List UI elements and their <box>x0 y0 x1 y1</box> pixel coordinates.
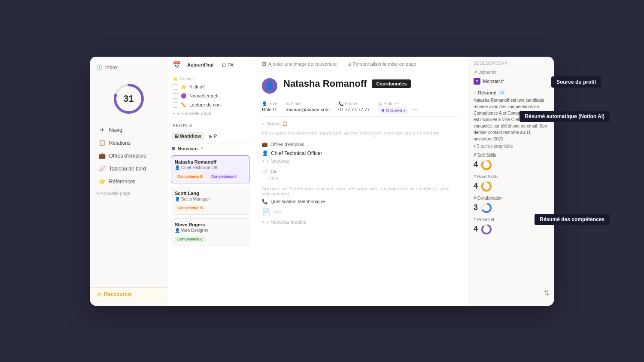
main-toolbar: 🖼 Ajouter une image de couverture ⊞ Pers… <box>253 57 468 72</box>
offres-section-header: 💼 Offres d'emplois <box>262 142 459 147</box>
profile-name-area: Natasha Romanoff Coordonnées <box>283 78 459 89</box>
joboard-monster[interactable]: M Monster.fr <box>474 76 549 86</box>
coordonnees-badge[interactable]: Coordonnées <box>372 79 411 88</box>
kanban-column-count: 4 <box>201 146 204 151</box>
more-props-label: 5 autres propriétés <box>477 144 513 149</box>
candidate-role-label-scott: Sales Manager <box>181 197 210 201</box>
task-checkbox-lecture[interactable] <box>173 102 178 108</box>
hard-skills-value-row: 4 <box>474 180 549 192</box>
badge-competence-a-natasha: Compétence A <box>209 173 239 179</box>
people-title: PEOPLE <box>173 123 193 128</box>
svg-point-5 <box>482 182 491 191</box>
qualif-phone-icon: 📞 <box>262 199 268 204</box>
new-task-btn[interactable]: + + Nouvelle page <box>171 110 249 117</box>
task-list: ⭐ Tâches ⭐ Kick off 🟣 Nouvel entreti ✏️ … <box>167 72 253 120</box>
kanban-column-header: Nouveau 4 <box>167 143 253 154</box>
collaboration-donut <box>480 202 492 214</box>
qualif-header-label: Qualification téléphonique <box>270 199 325 204</box>
sidebar-inbox[interactable]: 🕐 Inbox <box>90 62 167 73</box>
add-offre-btn[interactable]: + + Nouveau <box>262 158 459 164</box>
main-content: 🖼 Ajouter une image de couverture ⊞ Pers… <box>253 57 468 306</box>
phone-value[interactable]: 07 77 77 77 77 <box>338 107 370 112</box>
candidate-card-steve[interactable]: Steve Rogers 👤 Web Designer Compétence C <box>171 218 249 246</box>
notes-header: Notes <box>267 121 279 126</box>
nouveau-modele-label: + Nouveau modèle <box>266 219 306 225</box>
raccourcis-label: ⚡ Raccourcis <box>96 291 132 297</box>
sidebar-item-navig[interactable]: ✈ Navig <box>93 124 164 136</box>
field-email: ✉ Email aaaaaa@aaaaa.com <box>286 101 330 114</box>
sidebar-item-tableau[interactable]: 📈 Tableau de bord <box>93 163 164 175</box>
middle-header: 📅 Aujourd'hui ⊞ PA <box>167 57 253 72</box>
task-lecture[interactable]: ✏️ Lecture de con <box>171 100 249 110</box>
hard-skills-donut <box>480 180 492 192</box>
tasks-section: ⭐ Tâches <box>171 75 249 82</box>
candidate-role-label-natasha: Chief Technical Off <box>181 165 217 170</box>
status-value-container: Nouveau ••• <box>378 107 418 114</box>
grid-icon: ⊞ <box>222 62 226 68</box>
hash-icon-collab: # <box>474 196 476 201</box>
customize-layout-btn[interactable]: ⊞ Personnaliser la mise en page <box>345 60 419 68</box>
notes-section-header: ≡ Notes 📋 <box>262 121 459 126</box>
potentiel-donut <box>480 223 492 235</box>
candidate-card-scott[interactable]: Scott Lang 👤 Sales Manager Compétence B <box>171 187 249 215</box>
today-label: Aujourd'hui <box>187 62 213 67</box>
workflow-label: Workflow <box>180 134 201 139</box>
sidebar-item-offres[interactable]: 💼 Offres d'emplois <box>93 150 164 162</box>
annotation-resume-competences: Résumé des compétences <box>535 214 610 225</box>
pa-tab[interactable]: ⊞ PA <box>219 61 236 69</box>
hash-icon-potentiel: # <box>474 217 476 222</box>
hash-icon-hard: # <box>474 174 476 179</box>
task-checkbox-nouvel[interactable] <box>173 93 178 99</box>
workflow-tab-p[interactable]: ⊞ P <box>206 132 220 140</box>
progress-number: 31 <box>123 93 134 104</box>
resume-ia-header: ≡ Résumé IA <box>474 90 549 95</box>
cv-file-icon: 📄 <box>262 169 268 174</box>
role-value[interactable]: Rôle G <box>262 107 277 112</box>
monster-label: Monster.fr <box>483 79 504 84</box>
field-role: 👤 Rôle Rôle G <box>262 101 277 114</box>
sidebar-item-references[interactable]: ⭐ Références <box>93 176 164 188</box>
notes-placeholder[interactable]: Ici tu notes les éléments importants de … <box>262 129 459 138</box>
status-more-icon[interactable]: ••• <box>412 107 418 113</box>
sidebar-item-relations[interactable]: 📋 Relations <box>93 137 164 149</box>
offre-cto-label: Chief Technical Officer <box>271 150 322 156</box>
today-tab[interactable]: Aujourd'hui <box>185 61 216 69</box>
qualif-file-icon: 📄 <box>262 208 270 216</box>
navigation-icon: ✈ <box>99 127 106 134</box>
middle-panel: 📅 Aujourd'hui ⊞ PA ⭐ Tâches ⭐ Kick off <box>167 57 253 306</box>
plus-icon-modele: + <box>262 219 264 225</box>
workflow-tab-workflow[interactable]: ⊞ Workflow <box>172 132 204 140</box>
add-offre-label: + Nouveau <box>266 158 289 164</box>
task-kick-off[interactable]: ⭐ Kick off <box>171 82 249 91</box>
timestamp: 18/10/2024 15:44 <box>474 61 549 66</box>
layout-icon: ⊞ <box>347 61 351 67</box>
phone-icon: 📞 <box>338 101 343 106</box>
cv-header-label: Cv <box>270 169 276 174</box>
task-nouvel-entretien[interactable]: 🟣 Nouvel entreti <box>171 91 249 100</box>
qualif-empty: Vide <box>273 209 283 214</box>
offre-item-cto[interactable]: 👤 Chief Technical Officer <box>262 149 459 158</box>
add-cover-btn[interactable]: 🖼 Ajouter une image de couverture <box>259 60 340 68</box>
notes-icon: ≡ <box>262 121 264 126</box>
new-page-label: + Nouvelle page <box>96 191 131 196</box>
soft-skills-text: Soft Skills <box>477 153 496 158</box>
kick-off-label: Kick off <box>189 84 205 89</box>
collaboration-value-row: 3 <box>474 202 549 214</box>
candidate-card-natasha[interactable]: Natasha Romanoff 👤 Chief Technical Off C… <box>171 155 249 183</box>
tasks-label: Tâches <box>179 76 194 81</box>
references-label: Références <box>109 179 135 185</box>
sidebar-new-page[interactable]: + Nouvelle page <box>90 188 167 198</box>
nouveau-modele-btn[interactable]: + + Nouveau modèle <box>262 219 459 225</box>
offres-briefcase-icon: 💼 <box>262 142 268 147</box>
references-icon: ⭐ <box>99 178 106 185</box>
email-label: ✉ Email <box>286 101 330 106</box>
tableau-label: Tableau de bord <box>109 166 146 172</box>
status-badge[interactable]: Nouveau <box>378 107 408 114</box>
sidebar-raccourcis[interactable]: ⚡ Raccourcis <box>90 287 167 301</box>
hard-skills-row: # Hard Skills 4 <box>474 174 549 192</box>
workflow-list-icon: ⊞ <box>209 134 213 139</box>
annotation-resume-ai-label: Résumé automatique (Notion AI) <box>525 113 605 119</box>
task-checkbox-kick-off[interactable] <box>173 84 178 90</box>
email-value[interactable]: aaaaaa@aaaaa.com <box>286 107 330 112</box>
more-props-btn[interactable]: ▾ 5 autres propriétés <box>474 144 549 149</box>
